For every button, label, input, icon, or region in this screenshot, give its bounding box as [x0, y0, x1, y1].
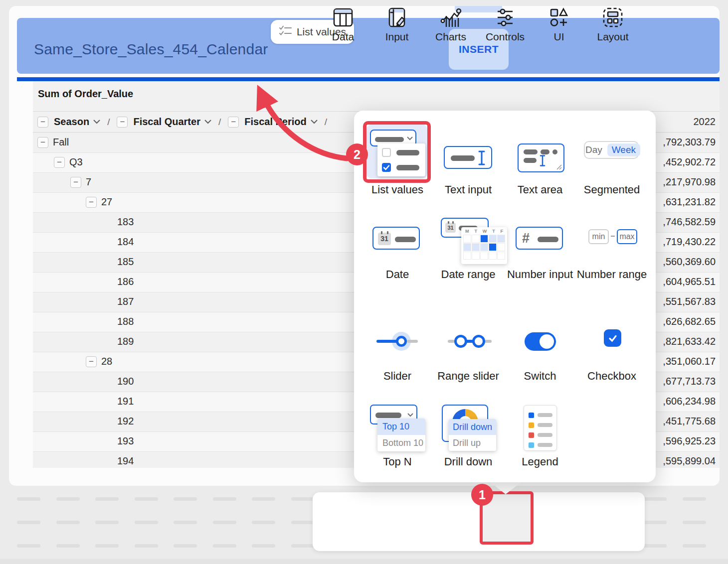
control-label-switch[interactable]: Switch: [503, 368, 577, 384]
range-slider-knob2[interactable]: [472, 335, 485, 348]
control-label-list-values[interactable]: List values: [360, 182, 435, 198]
row-value: ,217,970.98: [663, 176, 716, 188]
calendar-cell: [497, 252, 505, 260]
weekday-letter: M: [465, 229, 469, 234]
legend-bar: [538, 423, 552, 427]
calendar-cell: [463, 235, 471, 243]
row-label: Q3: [69, 156, 83, 168]
legend-swatch: [529, 442, 534, 448]
toolbar-item-charts[interactable]: Charts: [426, 0, 476, 59]
control-label-slider[interactable]: Slider: [360, 368, 435, 384]
date-range-calendar-icon: MTWTF: [461, 227, 507, 264]
text-input-icon[interactable]: [444, 146, 492, 169]
control-label-legend[interactable]: Legend: [503, 454, 577, 470]
row-label: 185: [117, 256, 134, 268]
charts-icon: [439, 6, 462, 29]
dimension-fiscal-quarter[interactable]: Fiscal Quarter: [133, 116, 200, 128]
control-label-segmented[interactable]: Segmented: [574, 182, 649, 198]
layout-icon: [601, 6, 624, 29]
calendar-cell: [480, 252, 488, 260]
number-input-icon[interactable]: #: [516, 227, 563, 250]
row-label: 190: [117, 376, 134, 387]
switch-icon[interactable]: [525, 332, 556, 351]
legend-bar: [538, 443, 552, 447]
calendar-cell: [497, 235, 505, 243]
slider-icon[interactable]: [396, 336, 407, 347]
control-label-text-input[interactable]: Text input: [431, 182, 506, 198]
toolbar-item-layout[interactable]: Layout: [588, 0, 638, 59]
legend-bar: [538, 413, 552, 417]
slider-track-rest: [407, 340, 418, 343]
chevron-down-icon[interactable]: [204, 120, 211, 124]
placeholder-dash: [683, 497, 706, 501]
dimension-fiscal-period[interactable]: Fiscal Period: [244, 116, 307, 128]
collapse-row-button[interactable]: −: [70, 177, 81, 188]
control-label-date[interactable]: Date: [360, 267, 435, 282]
placeholder-dash: [95, 497, 119, 501]
placeholder-dash: [291, 521, 315, 524]
step1-badge: 1: [471, 484, 493, 506]
collapse-season-button[interactable]: −: [37, 117, 48, 128]
checklist-icon: [279, 25, 292, 39]
row-label: 28: [101, 356, 112, 367]
toolbar-label: Layout: [597, 31, 628, 43]
row-value: ,452,902.72: [663, 156, 716, 168]
control-label-top-n[interactable]: Top N: [360, 454, 435, 470]
toolbar-item-data[interactable]: Data: [318, 0, 368, 59]
placeholder-dash: [56, 544, 80, 548]
toolbar-item-controls[interactable]: Controls: [480, 0, 530, 59]
row-value: ,604,965.51: [663, 276, 716, 287]
segmented-icon[interactable]: Day Week: [584, 141, 639, 159]
weekday-letter: T: [492, 229, 495, 234]
control-label-checkbox[interactable]: Checkbox: [574, 368, 649, 384]
calendar-cell: [472, 243, 480, 251]
number-range-max-icon: max: [617, 229, 637, 244]
checkbox-icon[interactable]: [604, 329, 621, 347]
control-label-text-area[interactable]: Text area: [503, 182, 577, 198]
data-table-icon: [332, 6, 355, 29]
toolbar-item-ui[interactable]: UI: [534, 0, 584, 59]
placeholder-dash: [252, 521, 275, 524]
control-label-date-range[interactable]: Date range: [431, 267, 506, 282]
weekday-letter: F: [501, 229, 504, 234]
number-range-min-icon: min: [588, 229, 609, 244]
range-slider-icon[interactable]: [454, 335, 467, 348]
toolbar-item-input[interactable]: Input: [372, 0, 422, 59]
row-label: 183: [117, 216, 134, 228]
collapse-row-button[interactable]: −: [86, 197, 97, 208]
collapse-row-button[interactable]: −: [86, 356, 97, 367]
collapse-row-button[interactable]: −: [54, 157, 65, 168]
dimension-season[interactable]: Season: [54, 116, 89, 128]
control-label-range-slider[interactable]: Range slider: [431, 368, 506, 384]
toolbar-label: UI: [554, 31, 564, 43]
row-value: ,626,682.65: [663, 316, 716, 327]
placeholder-dash: [135, 521, 158, 524]
calendar-cell: [472, 235, 480, 243]
step2-highlight-box: [363, 121, 431, 183]
collapse-quarter-button[interactable]: −: [117, 117, 128, 128]
chevron-down-icon[interactable]: [311, 120, 318, 124]
placeholder-dash: [17, 521, 40, 524]
legend-swatch: [529, 432, 534, 438]
placeholder-dash: [291, 544, 315, 548]
date-icon[interactable]: 31: [372, 227, 420, 250]
top-n-menu-icon: Top 10 Bottom 10: [377, 419, 425, 451]
row-value: ,677,713.73: [663, 376, 716, 387]
chevron-down-icon[interactable]: [93, 120, 100, 124]
row-label: 7: [86, 176, 91, 188]
year-column-header[interactable]: 2022: [694, 116, 716, 128]
placeholder-dash: [213, 497, 236, 501]
collapse-period-button[interactable]: −: [228, 117, 239, 128]
collapse-row-button[interactable]: −: [37, 137, 48, 148]
controls-sliders-icon: [494, 6, 517, 29]
toolbar-label: Controls: [486, 31, 525, 43]
text-area-icon[interactable]: [518, 143, 564, 172]
control-label-drill-down[interactable]: Drill down: [431, 454, 506, 470]
control-label-number-range[interactable]: Number range: [574, 267, 649, 282]
placeholder-dash: [213, 521, 236, 524]
calendar-cell: [480, 235, 488, 243]
control-label-number-input[interactable]: Number input: [503, 267, 577, 282]
dimension-separator: /: [325, 117, 327, 128]
legend-icon[interactable]: [524, 405, 557, 451]
row-value: ,792,303.79: [663, 137, 716, 148]
